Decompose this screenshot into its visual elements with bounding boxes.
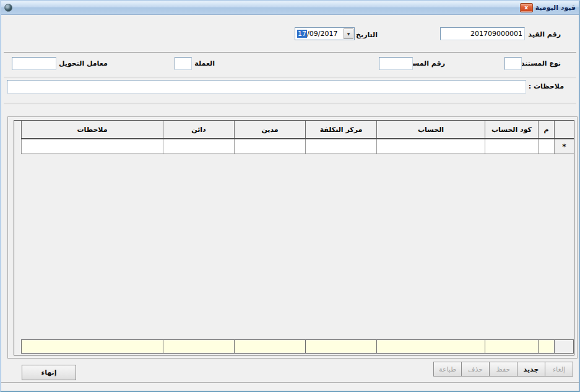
totals-account: [376, 339, 485, 354]
cell-cost-center[interactable]: [305, 139, 376, 154]
header-account-code[interactable]: كود الحساب: [485, 121, 538, 138]
cell-account-code[interactable]: [485, 139, 538, 154]
new-row-selector[interactable]: *: [554, 139, 574, 154]
print-button[interactable]: طباعة: [433, 362, 462, 377]
totals-account-code: [485, 339, 538, 354]
doc-no-field[interactable]: [379, 57, 413, 70]
close-icon[interactable]: x: [520, 3, 533, 12]
doc-type-label: نوع المستند: [521, 59, 561, 68]
entries-grid: م كود الحساب الحساب مركز التكلفة مدين دا…: [14, 120, 574, 355]
grid-totals-row: [21, 339, 574, 354]
totals-cost-center: [305, 339, 376, 354]
header-credit[interactable]: دائن: [163, 121, 234, 138]
grid-new-row: *: [21, 139, 574, 154]
grid-panel: م كود الحساب الحساب مركز التكلفة مدين دا…: [7, 116, 578, 359]
currency-label: العملة: [194, 59, 215, 68]
app-icon: [4, 4, 12, 12]
header-notes[interactable]: ملاحظات: [21, 121, 163, 138]
divider: [4, 52, 576, 53]
date-rest: /09/2017: [307, 30, 337, 38]
notes-field[interactable]: [7, 80, 526, 94]
divider: [4, 103, 576, 104]
totals-row-selector: [554, 339, 574, 354]
currency-field[interactable]: [175, 57, 192, 70]
date-value: 17/09/2017: [295, 30, 343, 38]
action-button-group: إلغاء جديد حفظ حذف طباعة: [434, 362, 573, 377]
header-debit[interactable]: مدين: [234, 121, 305, 138]
date-day-selected: 17: [297, 30, 307, 38]
totals-debit: [234, 339, 305, 354]
header-serial[interactable]: م: [538, 121, 554, 138]
conversion-field[interactable]: [12, 57, 56, 70]
conversion-label: معامل التحويل: [59, 59, 108, 68]
totals-serial: [538, 339, 554, 354]
journal-entries-window: قيود اليومية x رقم القيد التاريخ 17/09/2…: [0, 0, 580, 392]
header-row-selector: [554, 121, 574, 138]
entry-no-label: رقم القيد: [528, 30, 561, 38]
exit-button[interactable]: إنهاء: [22, 365, 76, 380]
cancel-button[interactable]: إلغاء: [545, 362, 573, 377]
divider: [4, 77, 576, 78]
cell-account[interactable]: [376, 139, 485, 154]
notes-label: ملاحظات :: [529, 82, 564, 90]
cell-debit[interactable]: [234, 139, 305, 154]
title-bar: قيود اليومية x: [1, 1, 579, 15]
totals-credit: [163, 339, 234, 354]
header-account[interactable]: الحساب: [376, 121, 485, 138]
grid-header-row: م كود الحساب الحساب مركز التكلفة مدين دا…: [21, 121, 574, 139]
doc-type-field[interactable]: [504, 57, 522, 70]
entry-no-field[interactable]: [440, 27, 525, 40]
totals-notes: [21, 339, 163, 354]
cell-notes[interactable]: [21, 139, 163, 154]
chevron-down-icon[interactable]: ▼: [344, 28, 353, 39]
new-button[interactable]: جديد: [517, 362, 545, 377]
date-picker[interactable]: 17/09/2017 ▼: [295, 27, 355, 40]
save-button[interactable]: حفظ: [489, 362, 517, 377]
cell-serial[interactable]: [538, 139, 554, 154]
grid-empty-area: [14, 154, 574, 339]
delete-button[interactable]: حذف: [461, 362, 490, 377]
header-cost-center[interactable]: مركز التكلفة: [305, 121, 376, 138]
date-label: التاريخ: [356, 31, 378, 39]
window-title: قيود اليومية: [535, 4, 576, 12]
cell-credit[interactable]: [163, 139, 234, 154]
status-bar: [1, 382, 579, 391]
